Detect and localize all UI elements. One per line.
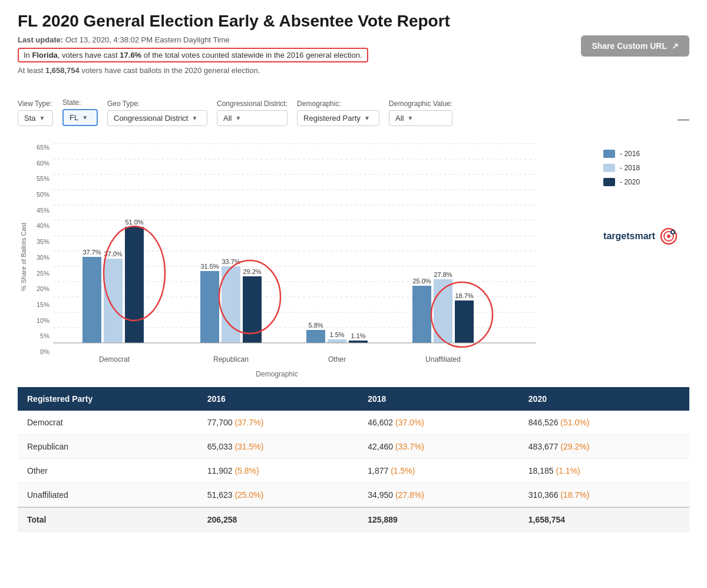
geo-type-value: Congressional District <box>114 114 188 123</box>
svg-text:Republican: Republican <box>213 355 249 364</box>
congressional-district-value: All <box>223 114 232 123</box>
party-name: Democrat <box>18 411 198 435</box>
cell-republican-2016: 65,033 (31.5%) <box>198 435 359 459</box>
table-row: Democrat 77,700 (37.7%) 46,602 (37.0%) 8… <box>18 411 689 435</box>
legend-label-2018: - 2018 <box>620 164 640 172</box>
bar-other-2020 <box>349 341 368 343</box>
bar-other-2016 <box>306 330 325 343</box>
legend-color-2018 <box>603 164 615 172</box>
demographic-control: Demographic: Registered Party ▼ <box>297 100 379 126</box>
cell-unaffiliated-2016: 51,623 (25.0%) <box>198 483 359 508</box>
svg-point-34 <box>667 234 670 238</box>
svg-text:Demographic: Demographic <box>256 370 298 378</box>
legend-label-2020: - 2020 <box>620 178 640 186</box>
svg-text:31.5%: 31.5% <box>200 263 219 270</box>
svg-point-36 <box>672 231 674 233</box>
geo-type-arrow: ▼ <box>191 115 197 121</box>
state-control: State: FL ▼ <box>62 98 98 126</box>
bar-unaffiliated-2020 <box>455 300 474 343</box>
table-row: Republican 65,033 (31.5%) 42,460 (33.7%)… <box>18 435 689 459</box>
cell-other-2016: 11,902 (5.8%) <box>198 459 359 483</box>
table-header-2020: 2020 <box>519 387 689 411</box>
svg-text:5.8%: 5.8% <box>308 322 323 329</box>
cell-democrat-2020: 846,526 (51.0%) <box>519 411 689 435</box>
legend-item-2020: - 2020 <box>603 178 678 186</box>
svg-text:27.8%: 27.8% <box>434 271 452 278</box>
table-row: Other 11,902 (5.8%) 1,877 (1.5%) 18,185 … <box>18 459 689 483</box>
table-header-row: Registered Party 2016 2018 2020 <box>18 387 689 411</box>
collapse-button[interactable]: — <box>678 113 689 126</box>
chart-svg: 37.7% 37.0% 51.0% Democrat 31.5% 33.7% <box>53 132 536 379</box>
svg-text:1.1%: 1.1% <box>351 332 365 339</box>
view-type-arrow: ▼ <box>39 115 45 121</box>
data-table: Registered Party 2016 2018 2020 Democrat… <box>18 387 689 532</box>
demographic-value-select[interactable]: All ▼ <box>389 110 452 126</box>
cell-democrat-2016: 77,700 (37.7%) <box>198 411 359 435</box>
cell-other-2018: 1,877 (1.5%) <box>358 459 519 483</box>
y-axis-label: % Share of Ballots Cast <box>20 222 27 290</box>
congressional-district-select[interactable]: All ▼ <box>217 110 288 126</box>
svg-text:1.5%: 1.5% <box>329 331 344 338</box>
page-title: FL 2020 General Election Early & Absente… <box>18 12 689 31</box>
cell-total-2016: 206,258 <box>198 507 359 532</box>
share-button-label: Share Custom URL <box>592 41 667 51</box>
cell-republican-2018: 42,460 (33.7%) <box>358 435 519 459</box>
legend-item-2016: - 2016 <box>603 150 678 158</box>
view-type-control: View Type: Sta ▼ <box>18 100 53 126</box>
view-type-select[interactable]: Sta ▼ <box>18 110 53 126</box>
bar-democrat-2016 <box>82 257 101 343</box>
bar-other-2018 <box>328 339 346 343</box>
bar-unaffiliated-2016 <box>412 286 431 343</box>
view-type-label: View Type: <box>18 100 53 108</box>
ballot-note: At least 1,658,754 voters have cast ball… <box>18 66 368 75</box>
table-header-2016: 2016 <box>198 387 359 411</box>
cell-republican-2020: 483,677 (29.2%) <box>519 435 689 459</box>
cell-total-2018: 125,889 <box>358 507 519 532</box>
demographic-value-arrow: ▼ <box>408 115 414 121</box>
congressional-district-arrow: ▼ <box>235 115 241 121</box>
table-header-party: Registered Party <box>18 387 198 411</box>
demographic-value-label: Demographic Value: <box>389 100 452 108</box>
svg-text:Democrat: Democrat <box>99 355 130 364</box>
cell-other-2020: 18,185 (1.1%) <box>519 459 689 483</box>
bar-democrat-2020 <box>125 227 144 343</box>
last-update: Last update: Oct 13, 2020, 4:38:02 PM Ea… <box>18 35 368 44</box>
targetsmart-icon <box>660 227 678 245</box>
table-header-2018: 2018 <box>358 387 519 411</box>
svg-text:37.7%: 37.7% <box>82 249 101 256</box>
demographic-value-val: All <box>395 114 404 123</box>
svg-text:Unaffiliated: Unaffiliated <box>425 355 461 364</box>
party-name: Unaffiliated <box>18 483 198 508</box>
svg-text:Other: Other <box>328 355 346 364</box>
state-label: State: <box>62 98 98 107</box>
controls-bar: View Type: Sta ▼ State: FL ▼ Geo Type: C… <box>18 98 689 126</box>
legend-color-2020 <box>603 178 615 186</box>
party-name: Other <box>18 459 198 483</box>
chart-legend: - 2016 - 2018 - 2020 targetsmart <box>603 150 678 245</box>
geo-type-label: Geo Type: <box>107 100 207 108</box>
cell-democrat-2018: 46,602 (37.0%) <box>358 411 519 435</box>
table-row-total: Total 206,258 125,889 1,658,754 <box>18 507 689 532</box>
state-arrow: ▼ <box>82 114 88 121</box>
view-type-value: Sta <box>24 114 36 123</box>
geo-type-select[interactable]: Congressional District ▼ <box>107 110 207 126</box>
bar-republican-2016 <box>200 271 219 343</box>
state-value: FL <box>70 113 78 122</box>
svg-text:29.2%: 29.2% <box>243 268 261 275</box>
state-select[interactable]: FL ▼ <box>62 109 98 126</box>
demographic-select[interactable]: Registered Party ▼ <box>297 110 379 126</box>
legend-color-2016 <box>603 150 615 158</box>
share-custom-url-button[interactable]: Share Custom URL ↗ <box>581 35 689 57</box>
legend-label-2016: - 2016 <box>620 150 640 158</box>
cell-unaffiliated-2018: 34,950 (27.8%) <box>358 483 519 508</box>
cell-total-2020: 1,658,754 <box>519 507 689 532</box>
highlight-box: In Florida, voters have cast 17.6% of th… <box>18 48 368 62</box>
svg-text:51.0%: 51.0% <box>125 219 143 226</box>
targetsmart-logo: targetsmart <box>603 227 678 245</box>
party-name-total: Total <box>18 507 198 532</box>
party-name: Republican <box>18 435 198 459</box>
congressional-district-label: Congressional District: <box>217 100 288 108</box>
demographic-label: Demographic: <box>297 100 379 108</box>
table-row: Unaffiliated 51,623 (25.0%) 34,950 (27.8… <box>18 483 689 508</box>
chart-container: % Share of Ballots Cast 65% 60% 55% 50% … <box>18 132 689 381</box>
